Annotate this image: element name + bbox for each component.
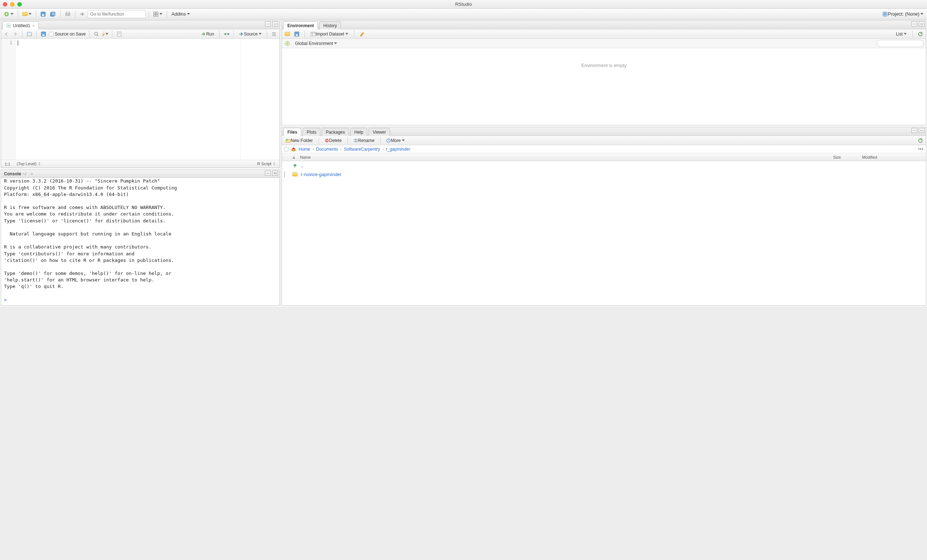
- gutter: 1: [1, 39, 15, 160]
- console-header: Console ~/ — ▭: [1, 170, 280, 178]
- run-button[interactable]: Run: [200, 30, 216, 38]
- outline-button[interactable]: [271, 31, 277, 37]
- addins-menu[interactable]: Addins: [170, 10, 191, 18]
- files-tabbar: Files Plots Packages Help Viewer — ▭: [282, 127, 926, 136]
- console-popout-icon[interactable]: [29, 171, 35, 177]
- new-file-button[interactable]: [2, 10, 15, 18]
- window-minimize-button[interactable]: [10, 2, 15, 6]
- env-view-mode[interactable]: List: [894, 30, 908, 38]
- tab-packages[interactable]: Packages: [322, 128, 349, 136]
- print-button[interactable]: [64, 10, 72, 18]
- minimize-files-button[interactable]: —: [912, 128, 917, 133]
- rename-button[interactable]: Rename: [352, 137, 376, 144]
- select-all-checkbox[interactable]: [284, 147, 289, 152]
- refresh-files-button[interactable]: [917, 137, 924, 144]
- svg-rect-25: [296, 34, 298, 36]
- code-tools-button[interactable]: [102, 31, 108, 37]
- refresh-env-button[interactable]: [917, 31, 924, 37]
- clear-workspace-button[interactable]: [359, 31, 365, 37]
- import-dataset-button[interactable]: Import Dataset: [309, 30, 350, 38]
- files-header: ▲ Name Size Modified: [282, 153, 926, 161]
- path-more-button[interactable]: •••: [918, 147, 924, 152]
- file-name[interactable]: r-novice-gapminder: [301, 172, 341, 177]
- source-tab-untitled1[interactable]: R Untitled1 ×: [3, 21, 39, 29]
- maximize-pane-button[interactable]: ▭: [272, 21, 278, 26]
- maximize-env-button[interactable]: ▭: [919, 21, 924, 26]
- svg-text:R: R: [883, 12, 886, 16]
- window-close-button[interactable]: [3, 2, 7, 6]
- compile-report-button[interactable]: [116, 31, 123, 37]
- tab-viewer[interactable]: Viewer: [369, 128, 389, 136]
- window-zoom-button[interactable]: [17, 2, 22, 6]
- col-name[interactable]: Name: [299, 155, 833, 159]
- breadcrumb-documents[interactable]: Documents: [316, 147, 338, 152]
- maximize-files-button[interactable]: ▭: [919, 128, 924, 133]
- file-row-folder[interactable]: r-novice-gapminder: [282, 170, 926, 179]
- goto-file-input[interactable]: [88, 10, 146, 18]
- console-title: Console: [4, 171, 21, 176]
- project-label: Project: (None): [888, 11, 919, 17]
- source-toolbar: Source on Save Run Source: [1, 29, 280, 39]
- tab-files[interactable]: Files: [283, 128, 301, 136]
- load-workspace-button[interactable]: [284, 31, 291, 37]
- minimize-console-button[interactable]: —: [265, 171, 271, 176]
- breadcrumb-rgapminder[interactable]: r_gapminder: [386, 147, 410, 152]
- save-all-button[interactable]: [49, 10, 57, 18]
- svg-rect-4: [52, 12, 55, 15]
- grid-view-button[interactable]: [152, 10, 164, 18]
- svg-rect-16: [27, 32, 32, 33]
- svg-point-22: [103, 32, 104, 33]
- env-tabbar: Environment History — ▭: [282, 21, 926, 29]
- col-modified[interactable]: Modified: [862, 155, 924, 159]
- svg-rect-2: [42, 15, 44, 16]
- more-button[interactable]: More: [385, 137, 406, 144]
- tab-environment[interactable]: Environment: [283, 21, 318, 29]
- tab-plots[interactable]: Plots: [302, 128, 321, 136]
- show-in-new-window-button[interactable]: [26, 31, 33, 37]
- open-file-button[interactable]: [21, 10, 33, 18]
- maximize-console-button[interactable]: ▭: [272, 171, 278, 176]
- scope-selector[interactable]: (Top Level) ⇕: [17, 162, 41, 166]
- rerun-button[interactable]: [223, 31, 230, 37]
- files-breadcrumbs: Home › Documents › SoftwareCarpentry › r…: [282, 145, 926, 153]
- minimize-env-button[interactable]: —: [912, 21, 917, 26]
- project-menu[interactable]: R Project: (None): [881, 10, 925, 18]
- breadcrumb-softwarecarpentry[interactable]: SoftwareCarpentry: [344, 147, 380, 152]
- console-path: ~/: [23, 171, 26, 176]
- delete-button[interactable]: Delete: [323, 137, 343, 144]
- source-on-save-checkbox[interactable]: Source on Save: [49, 32, 85, 36]
- svg-rect-7: [153, 12, 155, 14]
- save-button[interactable]: [39, 10, 47, 18]
- svg-point-20: [103, 33, 103, 33]
- tab-history[interactable]: History: [319, 21, 340, 29]
- svg-rect-9: [153, 15, 155, 16]
- source-statusbar: 1:1 (Top Level) ⇕ R Script ⇕: [1, 160, 280, 168]
- svg-text:R: R: [8, 24, 10, 27]
- save-workspace-button[interactable]: [293, 31, 300, 37]
- home-icon[interactable]: [291, 146, 296, 152]
- new-folder-button[interactable]: New Folder: [284, 137, 314, 144]
- env-search-input[interactable]: [877, 40, 924, 47]
- forward-button[interactable]: [12, 31, 18, 37]
- svg-point-29: [286, 42, 289, 44]
- svg-point-19: [94, 32, 97, 35]
- breadcrumb-home[interactable]: Home: [299, 147, 310, 152]
- minimize-pane-button[interactable]: —: [265, 21, 271, 26]
- svg-rect-8: [156, 12, 158, 14]
- file-type-selector[interactable]: R Script ⇕: [257, 162, 276, 166]
- svg-rect-18: [43, 34, 44, 36]
- file-row-up[interactable]: ..: [282, 161, 926, 170]
- tab-help[interactable]: Help: [350, 128, 368, 136]
- source-button[interactable]: Source: [237, 30, 263, 38]
- source-editor[interactable]: 1: [1, 39, 280, 160]
- close-tab-button[interactable]: ×: [32, 24, 35, 28]
- save-source-button[interactable]: [40, 31, 47, 37]
- files-toolbar: New Folder Delete Rename More: [282, 136, 926, 145]
- find-button[interactable]: [93, 31, 100, 37]
- window-title: RStudio: [0, 2, 927, 7]
- env-scope-selector[interactable]: Global Environment: [293, 39, 339, 47]
- col-size[interactable]: Size: [833, 155, 862, 159]
- back-button[interactable]: [3, 31, 10, 37]
- row-checkbox[interactable]: [284, 171, 285, 178]
- console-output[interactable]: R version 3.3.2 (2016-10-31) -- "Sincere…: [1, 178, 280, 305]
